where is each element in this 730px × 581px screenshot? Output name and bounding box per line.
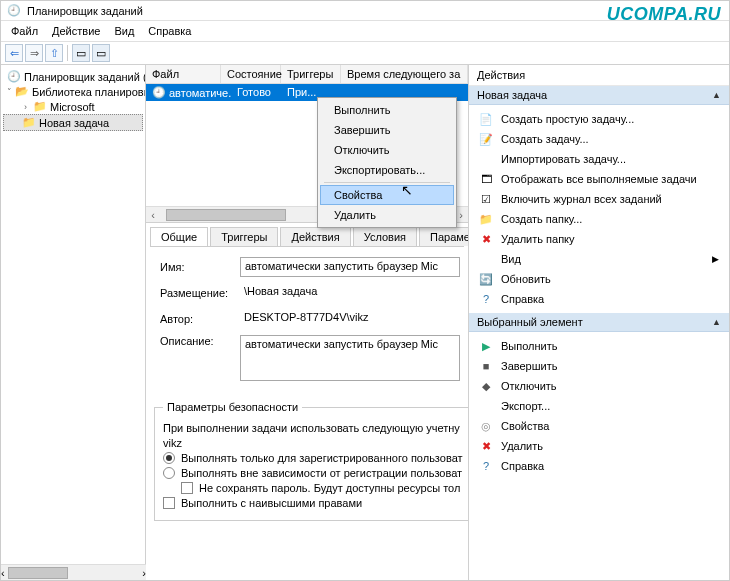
col-triggers[interactable]: Триггеры [281, 65, 341, 83]
ctx-export[interactable]: Экспортировать... [320, 160, 454, 180]
author-label: Автор: [160, 313, 240, 325]
radio-icon [163, 467, 175, 479]
nav-tree: Планировщик заданий (Лок ˅ Библиотека пл… [1, 65, 146, 580]
action-item[interactable]: Экспорт... [473, 396, 725, 416]
list-header: Файл Состояние Триггеры Время следующего… [146, 65, 468, 84]
separator [67, 45, 68, 61]
desc-field[interactable]: автоматически запустить браузер Mic [240, 335, 460, 381]
name-field[interactable]: автоматически запустить браузер Mic [240, 257, 460, 277]
toolbar-btn-1[interactable]: ▭ [72, 44, 90, 62]
actions-section-task[interactable]: Новая задача▲ [469, 86, 729, 105]
action-item[interactable]: ◎Свойства [473, 416, 725, 436]
action-icon [479, 152, 493, 166]
tab-conditions[interactable]: Условия [353, 227, 417, 246]
watermark: UCOMPA.RU [607, 4, 721, 25]
action-icon [479, 252, 493, 266]
context-menu: Выполнить Завершить Отключить Экспортиро… [317, 97, 457, 228]
separator [324, 182, 450, 183]
action-item[interactable]: 📝Создать задачу... [473, 129, 725, 149]
action-label: Создать простую задачу... [501, 113, 634, 125]
tree-microsoft[interactable]: › Microsoft [3, 99, 143, 114]
action-item[interactable]: ◆Отключить [473, 376, 725, 396]
menu-action[interactable]: Действие [46, 23, 106, 39]
action-icon: 🗔 [479, 172, 493, 186]
action-item[interactable]: 🗔Отображать все выполняемые задачи [473, 169, 725, 189]
clock-icon [7, 70, 21, 83]
action-label: Обновить [501, 273, 551, 285]
action-icon: 🔄 [479, 272, 493, 286]
action-item[interactable]: 📄Создать простую задачу... [473, 109, 725, 129]
action-item[interactable]: Импортировать задачу... [473, 149, 725, 169]
action-label: Включить журнал всех заданий [501, 193, 662, 205]
detail-pane: Общие Триггеры Действия Условия Параметр… [146, 223, 468, 580]
action-icon: ? [479, 459, 493, 473]
action-icon: 📁 [479, 212, 493, 226]
action-item[interactable]: 📁Создать папку... [473, 209, 725, 229]
collapse-icon: ▲ [712, 90, 721, 100]
action-item[interactable]: ?Справка [473, 456, 725, 476]
tree-new-task[interactable]: Новая задача [3, 114, 143, 131]
tabs: Общие Триггеры Действия Условия Параметр… [150, 227, 464, 247]
actions-section-selected[interactable]: Выбранный элемент▲ [469, 313, 729, 332]
action-item[interactable]: Вид▶ [473, 249, 725, 269]
action-item[interactable]: 🔄Обновить [473, 269, 725, 289]
author-field: DESKTOP-8T77D4V\vikz [240, 309, 460, 329]
action-icon: ▶ [479, 339, 493, 353]
app-window: UCOMPA.RU Планировщик заданий Файл Дейст… [0, 0, 730, 581]
tab-general[interactable]: Общие [150, 227, 208, 246]
action-label: Создать задачу... [501, 133, 589, 145]
tree-lib-label: Библиотека планировщ [32, 86, 146, 98]
action-item[interactable]: ▶Выполнить [473, 336, 725, 356]
action-item[interactable]: ☑Включить журнал всех заданий [473, 189, 725, 209]
tree-root[interactable]: Планировщик заданий (Лок [3, 69, 143, 84]
action-icon: ? [479, 292, 493, 306]
radio-any[interactable]: Выполнять вне зависимости от регистрации… [163, 467, 463, 479]
action-item[interactable]: ✖Удалить папку [473, 229, 725, 249]
check-no-password[interactable]: Не сохранять пароль. Будут доступны ресу… [163, 482, 463, 494]
action-item[interactable]: ✖Удалить [473, 436, 725, 456]
forward-button[interactable] [25, 44, 43, 62]
tree-scrollbar[interactable]: ‹› [1, 564, 146, 580]
actions-header: Действия [469, 65, 729, 86]
back-button[interactable] [5, 44, 23, 62]
up-button[interactable] [45, 44, 63, 62]
col-state[interactable]: Состояние [221, 65, 281, 83]
toolbar-btn-2[interactable]: ▭ [92, 44, 110, 62]
action-label: Удалить папку [501, 233, 575, 245]
action-icon: 📝 [479, 132, 493, 146]
expand-icon[interactable]: › [21, 102, 30, 112]
security-line1: При выполнении задачи использовать следу… [163, 422, 463, 434]
ctx-delete[interactable]: Удалить [320, 205, 454, 225]
col-next[interactable]: Время следующего за [341, 65, 468, 83]
collapse-icon[interactable]: ˅ [7, 87, 12, 97]
tab-actions[interactable]: Действия [280, 227, 350, 246]
ctx-properties[interactable]: Свойства [320, 185, 454, 205]
action-label: Справка [501, 293, 544, 305]
location-label: Размещение: [160, 287, 240, 299]
desc-label: Описание: [160, 335, 240, 347]
tab-triggers[interactable]: Триггеры [210, 227, 278, 246]
tab-params[interactable]: Параметры [419, 227, 468, 246]
ctx-end[interactable]: Завершить [320, 120, 454, 140]
action-label: Создать папку... [501, 213, 582, 225]
tree-task-label: Новая задача [39, 117, 109, 129]
action-label: Отображать все выполняемые задачи [501, 173, 697, 185]
ctx-disable[interactable]: Отключить [320, 140, 454, 160]
col-file[interactable]: Файл [146, 65, 221, 83]
security-fieldset: Параметры безопасности При выполнении за… [154, 401, 468, 521]
action-item[interactable]: ■Завершить [473, 356, 725, 376]
collapse-icon: ▲ [712, 317, 721, 327]
action-label: Свойства [501, 420, 549, 432]
radio-logged-on[interactable]: Выполнять только для зарегистрированного… [163, 452, 463, 464]
menu-file[interactable]: Файл [5, 23, 44, 39]
actions-pane: Действия Новая задача▲ 📄Создать простую … [469, 65, 729, 580]
folder-icon [15, 85, 29, 98]
action-item[interactable]: ?Справка [473, 289, 725, 309]
check-highest[interactable]: Выполнить с наивысшими правами [163, 497, 463, 509]
menu-help[interactable]: Справка [142, 23, 197, 39]
task-name: автоматиче... [169, 87, 231, 99]
ctx-run[interactable]: Выполнить [320, 100, 454, 120]
action-label: Экспорт... [501, 400, 550, 412]
menu-view[interactable]: Вид [108, 23, 140, 39]
tree-library[interactable]: ˅ Библиотека планировщ [3, 84, 143, 99]
